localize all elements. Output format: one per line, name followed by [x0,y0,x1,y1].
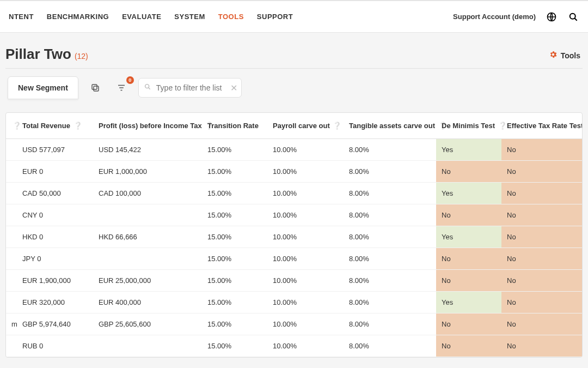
cell-tang: 8.00% [344,204,436,226]
cell-tang: 8.00% [344,335,436,357]
cell-etr: No [501,313,583,335]
page: Pillar Two (12) Tools New Segment 0 ✕ [0,33,588,358]
help-icon[interactable]: ❔ [333,122,341,130]
page-header: Pillar Two (12) Tools [5,33,583,69]
cell-demin: Yes [436,183,501,204]
table-header-row: ❔ Total Revenue ❔ Profit (loss) before I… [6,113,583,139]
cell-trans: 15.00% [202,335,267,357]
nav-item-system[interactable]: SYSTEM [174,13,205,21]
nav-item-evaluate[interactable]: EVALUATE [122,13,161,21]
cell-payroll: 10.00% [267,248,344,270]
cell-trans: 15.00% [202,226,267,248]
cell-demin: No [436,161,501,183]
cell-etr: No [501,139,583,161]
cell-trans: 15.00% [202,161,267,183]
cell-trans: 15.00% [202,270,267,292]
col-transition[interactable]: Transition Rate [202,113,267,139]
cell-rev: USD 577,097 [17,139,93,161]
language-icon[interactable] [546,11,558,23]
table-row[interactable]: HKD 0HKD 66,66615.00%10.00%8.00%YesNoN [6,226,583,248]
nav-item-support[interactable]: SUPPORT [257,13,293,21]
table-row[interactable]: JPY 015.00%10.00%8.00%NoNoN [6,248,583,270]
col-revenue[interactable]: Total Revenue ❔ [17,113,93,139]
table-row[interactable]: mGBP 5,974,640GBP 25,605,60015.00%10.00%… [6,313,583,335]
page-count: (12) [75,52,88,61]
col-profit[interactable]: Profit (loss) before Income Tax ❔ [93,113,202,139]
col-pre-help[interactable]: ❔ [6,113,17,139]
table-body: USD 577,097USD 145,42215.00%10.00%8.00%Y… [6,139,583,357]
search-input-icon [144,83,151,93]
cell-profit: EUR 1,000,000 [93,161,202,183]
svg-point-4 [145,85,149,88]
cell-pre [6,292,17,313]
close-icon[interactable]: ✕ [230,83,237,93]
cell-etr: No [501,226,583,248]
cell-tang: 8.00% [344,183,436,204]
cell-etr: No [501,270,583,292]
nav-item-tools[interactable]: TOOLS [218,13,244,21]
table-row[interactable]: RUB 015.00%10.00%8.00%NoNoN [6,335,583,357]
svg-rect-3 [92,85,97,89]
cell-etr: No [501,161,583,183]
table-row[interactable]: CNY 015.00%10.00%8.00%NoNoN [6,204,583,226]
table-row[interactable]: EUR 0EUR 1,000,00015.00%10.00%8.00%NoNoN [6,161,583,183]
cell-rev: HKD 0 [17,226,93,248]
col-etr[interactable]: Effective Tax Rate Test ❔ [501,113,583,139]
col-deminimis[interactable]: De Minimis Test ❔ [436,113,501,139]
cell-payroll: 10.00% [267,183,344,204]
cell-payroll: 10.00% [267,139,344,161]
nav-item-ntent[interactable]: NTENT [9,13,34,21]
cell-etr: No [501,248,583,270]
col-tangible[interactable]: Tangible assets carve out ❔ [344,113,436,139]
cell-demin: Yes [436,226,501,248]
gear-icon [549,50,558,61]
data-table: ❔ Total Revenue ❔ Profit (loss) before I… [6,113,583,357]
page-title: Pillar Two [5,46,71,63]
cell-profit [93,248,202,270]
cell-pre [6,161,17,183]
cell-tang: 8.00% [344,248,436,270]
cell-rev: RUB 0 [17,335,93,357]
cell-payroll: 10.00% [267,313,344,335]
cell-rev: EUR 0 [17,161,93,183]
table-row[interactable]: EUR 320,000EUR 400,00015.00%10.00%8.00%Y… [6,292,583,313]
filter-icon[interactable]: 0 [112,79,131,97]
table-row[interactable]: EUR 1,900,000EUR 25,000,00015.00%10.00%8… [6,270,583,292]
filter-badge: 0 [126,76,134,84]
tools-button[interactable]: Tools [549,50,580,61]
search-icon[interactable] [567,11,579,23]
copy-icon[interactable] [86,79,105,97]
svg-rect-2 [94,86,99,91]
cell-trans: 15.00% [202,292,267,313]
cell-payroll: 10.00% [267,335,344,357]
cell-etr: No [501,292,583,313]
cell-etr: No [501,335,583,357]
cell-profit: EUR 400,000 [93,292,202,313]
nav-item-benchmarking[interactable]: BENCHMARKING [47,13,109,21]
search-box: ✕ [138,78,242,98]
search-input[interactable] [138,78,242,98]
cell-tang: 8.00% [344,292,436,313]
cell-rev: JPY 0 [17,248,93,270]
cell-pre [6,335,17,357]
tools-label: Tools [561,51,580,60]
account-label[interactable]: Support Account (demo) [453,13,536,21]
col-payroll[interactable]: Payroll carve out ❔ [267,113,344,139]
help-icon[interactable]: ❔ [74,122,82,130]
topbar: NTENTBENCHMARKINGEVALUATESYSTEMTOOLSSUPP… [0,0,588,33]
cell-trans: 15.00% [202,313,267,335]
help-icon[interactable]: ❔ [13,122,21,130]
cell-rev: EUR 1,900,000 [17,270,93,292]
table-row[interactable]: USD 577,097USD 145,42215.00%10.00%8.00%Y… [6,139,583,161]
tab-new-segment[interactable]: New Segment [8,76,78,99]
controls-row: New Segment 0 ✕ [5,69,583,112]
cell-demin: Yes [436,139,501,161]
main-nav: NTENTBENCHMARKINGEVALUATESYSTEMTOOLSSUPP… [9,13,293,21]
table-row[interactable]: CAD 50,000CAD 100,00015.00%10.00%8.00%Ye… [6,183,583,204]
topbar-right: Support Account (demo) [453,11,579,23]
cell-tang: 8.00% [344,226,436,248]
cell-pre [6,204,17,226]
cell-pre [6,139,17,161]
cell-pre [6,183,17,204]
help-icon[interactable]: ❔ [498,122,507,130]
